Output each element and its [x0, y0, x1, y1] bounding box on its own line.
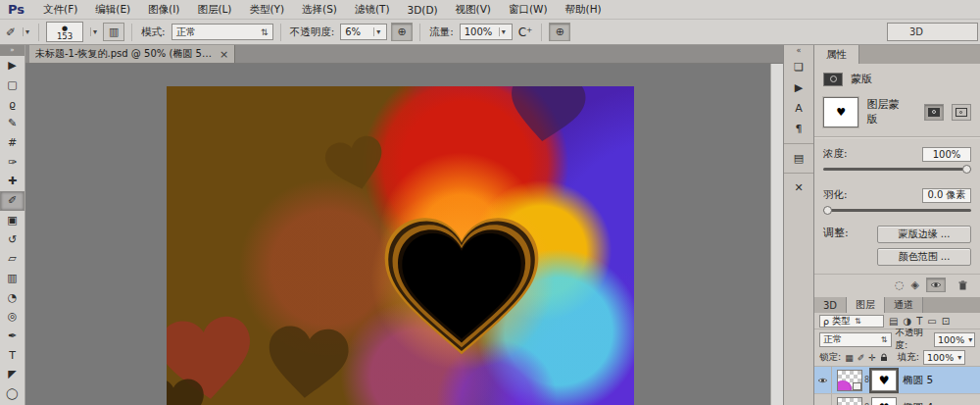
layer-mask-thumbnail[interactable]: ♥	[823, 97, 858, 127]
select-pixel-mask-button[interactable]	[924, 104, 944, 121]
brush-picker-arrow-icon[interactable]: ▾	[90, 27, 99, 36]
feather-input[interactable]: 0.0 像素	[922, 188, 971, 203]
dock-expand-button[interactable]: «	[784, 45, 813, 57]
tool-preset-arrow-icon[interactable]: ▾	[23, 27, 31, 36]
menu-file[interactable]: 文件(F)	[34, 3, 86, 17]
layer-visibility-toggle[interactable]	[814, 394, 832, 405]
lasso-tool[interactable]: ϱ	[0, 94, 24, 114]
layer-filter-type-combo[interactable]: ρ 类型 ⇅	[819, 315, 884, 328]
apply-mask-icon[interactable]: ◈	[911, 278, 919, 291]
brush-tool[interactable]: ✐	[0, 191, 24, 211]
pixel-layer-filter-icon[interactable]: ▤	[889, 316, 898, 327]
tab-properties[interactable]: 属性	[814, 45, 859, 64]
tab-channels[interactable]: 通道	[885, 297, 923, 313]
menu-layer[interactable]: 图层(L)	[188, 3, 240, 17]
lock-transparency-icon[interactable]: ▦	[845, 353, 854, 363]
tool-presets-panel-icon[interactable]: ✕	[784, 177, 813, 198]
pen-tool[interactable]: ✒	[0, 327, 24, 346]
delete-mask-button[interactable]	[953, 278, 972, 292]
layer-row-ellipse-5[interactable]: 8 ♥ 椭圆 5	[814, 367, 980, 394]
toggle-brush-panel-button[interactable]: ▥	[103, 23, 124, 41]
menu-select[interactable]: 选择(S)	[293, 3, 346, 17]
color-range-button[interactable]: 颜色范围 ...	[877, 248, 971, 266]
pressure-size-button[interactable]: ⊕	[549, 23, 570, 41]
brush-size-picker[interactable]: ● 153	[46, 22, 83, 42]
smart-object-filter-icon[interactable]: ⊡	[942, 316, 950, 327]
menu-edit[interactable]: 编辑(E)	[86, 3, 139, 17]
quick-selection-tool[interactable]: ✎	[0, 114, 24, 133]
ellipse-shape-preview	[837, 380, 852, 391]
menu-view[interactable]: 视图(V)	[447, 3, 500, 17]
lock-paint-icon[interactable]: ✐	[858, 353, 865, 363]
brushes-panel-icon[interactable]: ❏	[784, 57, 813, 77]
eyedropper-tool[interactable]: ✑	[0, 152, 24, 172]
density-input[interactable]: 100%	[922, 147, 971, 162]
density-slider-knob[interactable]	[962, 165, 971, 174]
menu-type[interactable]: 类型(Y)	[240, 3, 293, 17]
lock-all-icon[interactable]	[880, 353, 888, 362]
vector-mask-icon	[956, 108, 967, 117]
toolbar-collapse-button[interactable]: »	[0, 45, 24, 56]
path-selection-tool[interactable]: ◤	[0, 365, 24, 384]
healing-brush-tool[interactable]: ✚	[0, 172, 24, 191]
eraser-tool[interactable]: ▱	[0, 249, 24, 269]
opacity-combo[interactable]: 6% ▾	[340, 24, 387, 40]
layers-list: 8 ♥ 椭圆 5 8 ♥ 椭圆 4	[814, 367, 980, 405]
character-panel-icon[interactable]: A	[784, 98, 813, 119]
burn-tool[interactable]: ◎	[0, 307, 24, 327]
layer-row-ellipse-4[interactable]: 8 ♥ 椭圆 4	[814, 394, 980, 405]
layer-fill-combo[interactable]: 100% ▾	[923, 350, 965, 365]
layer-thumbnail[interactable]	[837, 397, 862, 405]
menu-filter[interactable]: 滤镜(T)	[346, 3, 399, 17]
add-vector-mask-button[interactable]	[952, 104, 971, 121]
layer-mask-thumbnail[interactable]: ♥	[871, 397, 897, 405]
blend-mode-select[interactable]: 正常 ⇅	[172, 24, 273, 40]
clone-source-panel-icon[interactable]: ▤	[784, 148, 813, 169]
layer-name[interactable]: 椭圆 4	[903, 401, 933, 405]
feather-slider[interactable]	[823, 205, 971, 217]
menu-window[interactable]: 窗口(W)	[500, 3, 557, 17]
rectangular-marquee-tool[interactable]: ▢	[0, 76, 24, 95]
lock-move-icon[interactable]: ✛	[868, 353, 876, 363]
layer-thumbnail[interactable]	[837, 370, 862, 391]
document-tab[interactable]: 未标题-1-恢复的.psd @ 50% (椭圆 5, 图层蒙版/8) * ×	[29, 45, 235, 63]
type-tool[interactable]: T	[0, 345, 24, 365]
dodge-tool[interactable]: ◔	[0, 287, 24, 307]
load-selection-from-mask-icon[interactable]: ◌	[895, 278, 905, 291]
airbrush-button[interactable]: C⁺	[518, 25, 533, 39]
brush-tool-icon[interactable]: ✐	[6, 25, 16, 39]
layer-blend-mode-select[interactable]: 正常 ⇅	[819, 332, 892, 347]
move-tool[interactable]: ▶	[0, 56, 24, 76]
density-slider[interactable]	[823, 164, 971, 176]
actions-panel-icon[interactable]: ▶	[784, 77, 813, 98]
ellipse-tool[interactable]: ◯	[0, 384, 24, 404]
history-brush-tool[interactable]: ↺	[0, 229, 24, 249]
canvas-artwork[interactable]	[167, 86, 634, 405]
mask-link-icon[interactable]: 8	[864, 376, 869, 384]
art-heart-watermark	[500, 86, 594, 153]
crop-tool[interactable]: #	[0, 133, 24, 153]
layer-opacity-combo[interactable]: 100% ▾	[934, 332, 975, 347]
mask-edge-button[interactable]: 蒙版边缘 ...	[877, 226, 971, 243]
clone-stamp-tool[interactable]: ▣	[0, 211, 24, 230]
menu-image[interactable]: 图像(I)	[139, 3, 188, 17]
flow-combo[interactable]: 100% ▾	[460, 24, 513, 40]
close-tab-icon[interactable]: ×	[220, 48, 228, 61]
disable-mask-eye-button[interactable]	[926, 278, 946, 292]
paragraph-panel-icon[interactable]: ¶	[784, 119, 813, 139]
shape-layer-filter-icon[interactable]: ▭	[927, 316, 936, 327]
type-layer-filter-icon[interactable]: T	[916, 316, 922, 327]
menu-help[interactable]: 帮助(H)	[557, 3, 611, 17]
canvas-vertical-scrollbar[interactable]	[770, 64, 783, 405]
layer-name[interactable]: 椭圆 5	[903, 374, 933, 387]
adjustment-layer-filter-icon[interactable]: ◑	[903, 316, 911, 327]
workspace-switcher-button[interactable]: 3D	[887, 23, 978, 41]
pressure-opacity-button[interactable]: ⊕	[391, 23, 413, 41]
menu-3d[interactable]: 3D(D)	[399, 4, 447, 16]
layer-visibility-toggle[interactable]	[814, 367, 832, 393]
layer-mask-thumbnail[interactable]: ♥	[871, 370, 897, 391]
tab-layers[interactable]: 图层	[847, 297, 885, 313]
tab-3d[interactable]: 3D	[814, 297, 847, 313]
gradient-tool[interactable]: ▥	[0, 269, 24, 288]
feather-slider-knob[interactable]	[823, 206, 832, 215]
